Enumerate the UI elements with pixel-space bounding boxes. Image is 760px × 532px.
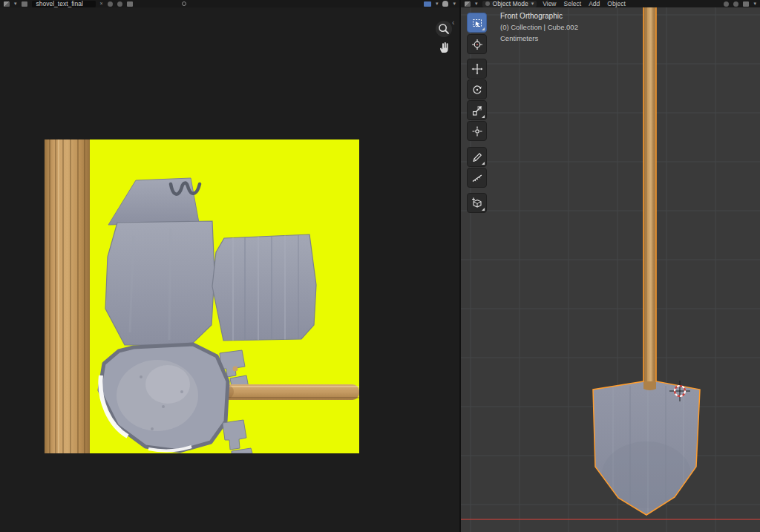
browse-image-icon[interactable] bbox=[22, 1, 27, 7]
menu-view[interactable]: View bbox=[541, 0, 557, 7]
shovel-blade bbox=[593, 381, 700, 519]
annotate-icon bbox=[471, 151, 483, 163]
add-cube-icon bbox=[471, 197, 483, 209]
measure-icon bbox=[471, 172, 483, 184]
menu-object[interactable]: Object bbox=[606, 0, 627, 7]
handle-socket bbox=[643, 381, 656, 390]
texture-image bbox=[45, 139, 359, 453]
uv-image-editor: ‹ ▾ shovel_text_final × ▾ ▾ bbox=[0, 0, 459, 532]
mode-select[interactable]: Object Mode ▾ bbox=[482, 1, 537, 7]
tool-add-cube[interactable] bbox=[467, 193, 487, 213]
region-collapse-icon[interactable]: ‹ bbox=[452, 19, 454, 27]
tool-scale[interactable] bbox=[467, 100, 487, 120]
user-icon[interactable] bbox=[442, 1, 448, 7]
tool-select-box[interactable] bbox=[467, 13, 487, 33]
image-paint-toggle[interactable] bbox=[424, 1, 431, 7]
scale-icon bbox=[471, 105, 483, 116]
header-icon[interactable] bbox=[108, 1, 113, 7]
uv-island-handle-stick bbox=[221, 384, 359, 400]
tool-cursor[interactable] bbox=[467, 34, 487, 54]
object-mode-icon bbox=[485, 1, 490, 6]
chevron-down-icon[interactable]: ▾ bbox=[753, 0, 756, 7]
tan-fleck bbox=[233, 367, 238, 372]
cursor-tool-icon bbox=[471, 39, 483, 50]
shading-icon[interactable] bbox=[743, 1, 749, 7]
move-icon bbox=[471, 63, 483, 75]
tool-transform[interactable] bbox=[467, 121, 487, 141]
chevron-down-icon[interactable]: ▾ bbox=[436, 0, 439, 7]
menu-select[interactable]: Select bbox=[563, 0, 583, 7]
shovel-object[interactable] bbox=[461, 0, 760, 532]
chevron-down-icon[interactable]: ▾ bbox=[453, 0, 456, 7]
pin-icon[interactable] bbox=[182, 1, 186, 6]
menu-add[interactable]: Add bbox=[587, 0, 601, 7]
chevron-down-icon[interactable]: ▾ bbox=[475, 0, 478, 7]
header-icon[interactable] bbox=[117, 1, 122, 7]
zoom-gizmo[interactable] bbox=[436, 21, 452, 37]
transform-icon bbox=[471, 125, 483, 137]
header-icon[interactable] bbox=[724, 1, 729, 7]
header-icon[interactable] bbox=[733, 1, 738, 7]
tool-measure[interactable] bbox=[467, 168, 487, 188]
uv-island-left-blade bbox=[105, 221, 214, 345]
uv-canvas[interactable]: ‹ bbox=[0, 7, 459, 532]
tool-rotate[interactable] bbox=[467, 79, 487, 99]
tool-annotate[interactable] bbox=[467, 147, 487, 167]
unlink-icon[interactable]: × bbox=[100, 0, 103, 7]
uv-island-right-blade bbox=[212, 234, 316, 341]
select-box-icon bbox=[471, 17, 483, 29]
shovel-handle bbox=[643, 4, 656, 383]
chevron-down-icon: ▾ bbox=[531, 0, 534, 7]
editor-type-icon[interactable] bbox=[4, 1, 10, 7]
chevron-down-icon[interactable]: ▾ bbox=[14, 0, 17, 7]
new-image-icon[interactable] bbox=[127, 1, 133, 7]
mode-label: Object Mode bbox=[493, 0, 528, 7]
tool-move[interactable] bbox=[467, 59, 487, 79]
image-name-field[interactable]: shovel_text_final bbox=[32, 1, 96, 7]
magnifier-icon bbox=[436, 22, 451, 36]
viewport-header: ▾ Object Mode ▾ View Select Add Object ▾ bbox=[461, 0, 760, 7]
rotate-icon bbox=[471, 84, 483, 96]
uv-editor-header: ▾ shovel_text_final × ▾ ▾ bbox=[0, 0, 459, 7]
editor-type-icon[interactable] bbox=[465, 1, 471, 7]
hand-icon bbox=[437, 40, 452, 55]
toolbar bbox=[467, 0, 488, 223]
pan-gizmo[interactable] bbox=[436, 39, 453, 56]
blender-window: ‹ ▾ shovel_text_final × ▾ ▾ bbox=[0, 0, 760, 532]
wood-strip-uv bbox=[45, 139, 90, 453]
viewport-3d: Front Orthographic (0) Collection | Cube… bbox=[461, 0, 760, 532]
